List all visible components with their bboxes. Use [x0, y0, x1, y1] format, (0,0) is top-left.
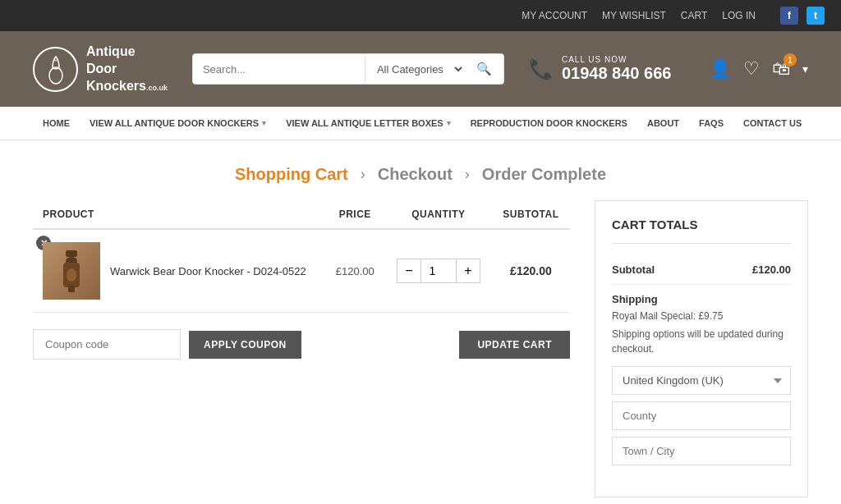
shipping-detail: Royal Mail Special: £9.75 — [612, 310, 791, 322]
nav-reproduction[interactable]: REPRODUCTION DOOR KNOCKERS — [461, 107, 637, 140]
shipping-note: Shipping options will be updated during … — [612, 327, 791, 356]
subtotal-row: Subtotal £120.00 — [612, 255, 791, 285]
nav-home[interactable]: HOME — [33, 107, 80, 140]
logo-icon — [33, 47, 78, 92]
quantity-stepper: − + — [395, 259, 482, 283]
call-label: CALL US NOW — [562, 55, 671, 64]
cart-totals: CART TOTALS Subtotal £120.00 Shipping Ro… — [595, 200, 808, 497]
phone-number: 01948 840 666 — [562, 64, 671, 83]
update-cart-button[interactable]: UPDATE CART — [459, 331, 570, 359]
col-product: PRODUCT — [33, 200, 325, 229]
table-row: ✕ — [33, 229, 570, 313]
shipping-section: Shipping Royal Mail Special: £9.75 Shipp… — [612, 285, 791, 480]
nav-faqs[interactable]: FAQS — [689, 107, 733, 140]
main-content: PRODUCT PRICE QUANTITY SUBTOTAL ✕ — [0, 200, 841, 504]
log-in-link[interactable]: LOG IN — [722, 10, 756, 21]
nav-door-knockers[interactable]: VIEW ALL ANTIQUE DOOR KNOCKERS ▾ — [80, 107, 276, 140]
qty-increase-button[interactable]: + — [456, 259, 480, 283]
twitter-icon[interactable]: t — [807, 7, 825, 25]
svg-point-5 — [67, 268, 76, 282]
svg-point-0 — [49, 67, 62, 84]
coupon-input[interactable] — [33, 329, 181, 360]
qty-decrease-button[interactable]: − — [397, 259, 421, 283]
nav-contact[interactable]: CONTACT US — [733, 107, 811, 140]
search-input[interactable] — [193, 56, 365, 83]
top-bar: MY ACCOUNT MY WISHLIST CART LOG IN f t — [0, 0, 841, 31]
county-input[interactable] — [612, 401, 791, 430]
svg-rect-2 — [66, 250, 77, 257]
step-arrow-1: › — [361, 166, 365, 183]
phone-icon: 📞 — [529, 57, 554, 80]
product-thumbnail — [43, 242, 100, 300]
cart-badge: 1 — [784, 53, 797, 66]
cart-totals-title: CART TOTALS — [612, 218, 791, 244]
shipping-label: Shipping — [612, 293, 791, 305]
my-account-link[interactable]: MY ACCOUNT — [522, 10, 587, 21]
svg-rect-6 — [68, 286, 75, 292]
col-quantity: QUANTITY — [385, 200, 492, 229]
cart-section: PRODUCT PRICE QUANTITY SUBTOTAL ✕ — [33, 200, 570, 376]
logo-brand: AntiqueDoorKnockers.co.uk — [86, 44, 168, 94]
step-shopping-cart[interactable]: Shopping Cart — [235, 165, 348, 184]
logo-text: AntiqueDoorKnockers.co.uk — [86, 44, 168, 94]
country-select[interactable]: United Kingdom (UK) — [612, 366, 791, 395]
product-name: Warwick Bear Door Knocker - D024-0522 — [110, 265, 306, 277]
product-cell: ✕ — [43, 242, 315, 300]
step-order-complete[interactable]: Order Complete — [482, 165, 606, 184]
apply-coupon-button[interactable]: APPLY COUPON — [189, 331, 301, 359]
nav-about[interactable]: ABOUT — [637, 107, 689, 140]
cart-actions: APPLY COUPON UPDATE CART — [33, 313, 570, 376]
category-select[interactable]: All Categories — [365, 55, 465, 84]
subtotal-value: £120.00 — [752, 263, 791, 276]
cart-icon[interactable]: 🛍 1 — [772, 58, 790, 80]
chevron-down-icon: ▾ — [262, 119, 266, 127]
social-links: f t — [780, 7, 825, 25]
cart-table: PRODUCT PRICE QUANTITY SUBTOTAL ✕ — [33, 200, 570, 313]
checkout-steps: Shopping Cart › Checkout › Order Complet… — [0, 140, 841, 200]
account-icon[interactable]: 👤 — [709, 58, 731, 80]
col-price: PRICE — [325, 200, 385, 229]
wishlist-icon[interactable]: ♡ — [743, 58, 760, 80]
subtotal-label: Subtotal — [612, 263, 655, 276]
phone-area: 📞 CALL US NOW 01948 840 666 — [529, 55, 671, 83]
col-subtotal: SUBTOTAL — [492, 200, 570, 229]
qty-input[interactable] — [421, 259, 456, 283]
search-bar: All Categories 🔍 — [192, 53, 504, 85]
navigation: HOME VIEW ALL ANTIQUE DOOR KNOCKERS ▾ VI… — [0, 107, 841, 140]
my-wishlist-link[interactable]: MY WISHLIST — [602, 10, 666, 21]
town-input[interactable] — [612, 437, 791, 465]
cart-dropdown-icon[interactable]: ▾ — [802, 62, 808, 76]
chevron-down-icon: ▾ — [447, 119, 451, 127]
facebook-icon[interactable]: f — [780, 7, 798, 25]
nav-letter-boxes[interactable]: VIEW ALL ANTIQUE LETTER BOXES ▾ — [276, 107, 461, 140]
logo[interactable]: AntiqueDoorKnockers.co.uk — [33, 44, 168, 94]
header-icons: 👤 ♡ 🛍 1 ▾ — [709, 58, 808, 80]
step-arrow-2: › — [465, 166, 470, 183]
step-checkout[interactable]: Checkout — [378, 165, 453, 184]
top-bar-links: MY ACCOUNT MY WISHLIST CART LOG IN — [522, 10, 756, 21]
cart-link[interactable]: CART — [681, 10, 707, 21]
product-price: £120.00 — [336, 265, 375, 277]
header: AntiqueDoorKnockers.co.uk All Categories… — [0, 31, 841, 107]
search-button[interactable]: 🔍 — [465, 54, 503, 84]
product-subtotal: £120.00 — [510, 264, 552, 277]
